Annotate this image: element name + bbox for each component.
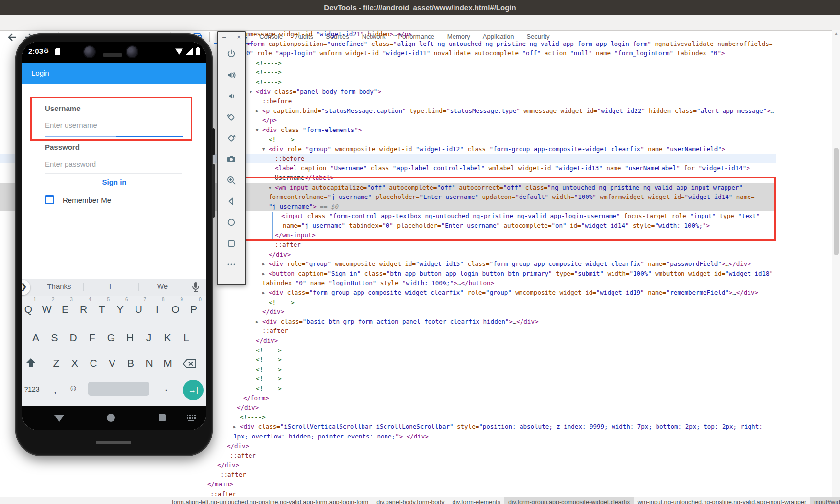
scrollbar-thumb[interactable] — [834, 148, 839, 255]
remember-me-label: Remember Me — [63, 196, 111, 204]
power-icon[interactable] — [226, 49, 237, 60]
status-time: 2:03 — [28, 47, 43, 55]
close-icon[interactable]: × — [237, 33, 241, 41]
breadcrumb-item[interactable]: wm-input.ng-untouched.ng-pristine.ng-val… — [634, 497, 810, 504]
key-hint-8: 8 — [162, 297, 165, 302]
minimize-icon[interactable]: – — [222, 33, 226, 41]
suggestion[interactable]: Thanks — [47, 282, 71, 290]
key-p[interactable]: P — [190, 304, 197, 315]
key-m[interactable]: M — [163, 357, 172, 369]
key-w[interactable]: W — [42, 304, 52, 315]
key-k[interactable]: K — [164, 332, 171, 344]
enter-key[interactable]: →| — [183, 380, 204, 400]
emoji-key-icon[interactable]: ☺ — [69, 383, 78, 394]
browser-toolbar: file:///android_asset/www/index.h Elemen… — [0, 15, 840, 31]
key-c[interactable]: C — [90, 357, 97, 369]
symbols-key[interactable]: ?123 — [24, 385, 39, 393]
key-j[interactable]: J — [146, 332, 152, 344]
key-v[interactable]: V — [109, 357, 115, 369]
code-line[interactable]: </main> — [0, 480, 776, 489]
breadcrumb-item[interactable]: div.form-group.app-composite-widget.clea… — [504, 497, 634, 504]
key-g[interactable]: G — [107, 332, 115, 344]
key-n[interactable]: N — [145, 357, 153, 369]
key-s[interactable]: S — [51, 332, 58, 344]
home-icon[interactable] — [226, 217, 237, 228]
app-header: Login — [22, 63, 206, 84]
key-hint-9: 9 — [181, 297, 183, 302]
key-t[interactable]: T — [99, 304, 105, 315]
zoom-icon[interactable] — [226, 175, 237, 186]
shift-key-icon[interactable] — [25, 357, 37, 368]
emulator-toolbar-window: – × — [217, 31, 246, 285]
emulator-toolbar-icons — [218, 43, 245, 270]
wifi-icon — [175, 48, 183, 55]
more-icon[interactable] — [226, 259, 237, 270]
password-underline — [45, 173, 182, 174]
password-input[interactable]: Enter password — [45, 160, 96, 168]
key-q[interactable]: Q — [24, 304, 32, 315]
sign-in-button[interactable]: Sign in — [45, 178, 183, 186]
key-e[interactable]: E — [62, 304, 68, 315]
elements-scrollbar[interactable]: ▲ — [832, 30, 840, 497]
backspace-key-icon[interactable] — [183, 359, 197, 368]
key-u[interactable]: U — [135, 304, 142, 315]
comma-key[interactable]: , — [54, 384, 57, 395]
inspect-highlight-box — [30, 97, 192, 141]
battery-icon — [196, 48, 200, 55]
password-label: Password — [45, 143, 80, 151]
breadcrumb: form.align-left.ng-untouched.ng-pristine… — [0, 497, 840, 504]
suggestion[interactable]: We — [157, 282, 168, 290]
key-a[interactable]: A — [32, 332, 39, 344]
suggestion[interactable]: I — [109, 282, 111, 290]
nav-overview-icon[interactable] — [159, 414, 166, 421]
nav-keyboard-icon[interactable] — [187, 415, 197, 422]
rotate-left-icon[interactable] — [226, 112, 237, 123]
mic-icon[interactable] — [191, 281, 201, 294]
nav-home-icon[interactable] — [107, 414, 115, 422]
key-hint-7: 7 — [144, 297, 147, 302]
key-r[interactable]: R — [80, 304, 87, 315]
code-line[interactable]: </div> — [0, 460, 776, 470]
rotate-right-icon[interactable] — [226, 133, 237, 144]
code-line[interactable]: ::after — [0, 470, 776, 480]
key-z[interactable]: Z — [53, 357, 60, 369]
window-titlebar: DevTools - file:///android_asset/www/ind… — [0, 0, 840, 15]
volume-up-icon[interactable] — [226, 70, 237, 81]
page-title: Login — [31, 69, 49, 77]
scroll-up-arrow[interactable]: ▲ — [832, 31, 840, 36]
key-hint-1: 1 — [33, 297, 36, 302]
phone-screen: 2:03 ⚙ Login Username Enter username Pas… — [22, 42, 206, 430]
key-y[interactable]: Y — [117, 304, 124, 315]
key-o[interactable]: O — [171, 304, 179, 315]
breadcrumb-item[interactable]: form.align-left.ng-untouched.ng-pristine… — [168, 497, 372, 504]
emulator-toolbar-header: – × — [218, 32, 245, 43]
key-i[interactable]: I — [156, 304, 159, 315]
key-b[interactable]: B — [127, 357, 134, 369]
emulator-phone-window: 2:03 ⚙ Login Username Enter username Pas… — [15, 33, 213, 456]
key-l[interactable]: L — [183, 332, 189, 344]
key-hint-3: 3 — [70, 297, 73, 302]
volume-down-icon[interactable] — [226, 91, 237, 102]
earpiece-speaker — [103, 53, 122, 57]
suggestion-separator — [138, 283, 139, 291]
key-d[interactable]: D — [69, 332, 77, 344]
breadcrumb-item[interactable]: div.panel-body.form-body — [372, 497, 448, 504]
signal-icon — [186, 48, 193, 55]
breadcrumb-item[interactable]: div.form-elements — [449, 497, 504, 504]
gear-icon: ⚙ — [43, 47, 49, 55]
key-hint-5: 5 — [107, 297, 110, 302]
window-title: DevTools - file:///android_asset/www/ind… — [324, 3, 516, 12]
remember-me-checkbox[interactable] — [45, 195, 54, 204]
breadcrumb-item[interactable]: input#widget-id14.form-control.app-textb… — [810, 497, 840, 504]
volume-button — [212, 128, 215, 155]
overview-icon[interactable] — [226, 238, 237, 249]
nav-back-icon[interactable] — [54, 415, 64, 422]
screenshot-icon[interactable] — [226, 154, 237, 165]
key-f[interactable]: F — [89, 332, 95, 344]
key-x[interactable]: X — [71, 357, 78, 369]
period-key[interactable]: . — [165, 381, 168, 393]
front-camera-icon — [126, 45, 138, 58]
key-h[interactable]: H — [126, 332, 134, 344]
space-key[interactable] — [88, 382, 149, 396]
back-icon[interactable] — [226, 196, 237, 207]
